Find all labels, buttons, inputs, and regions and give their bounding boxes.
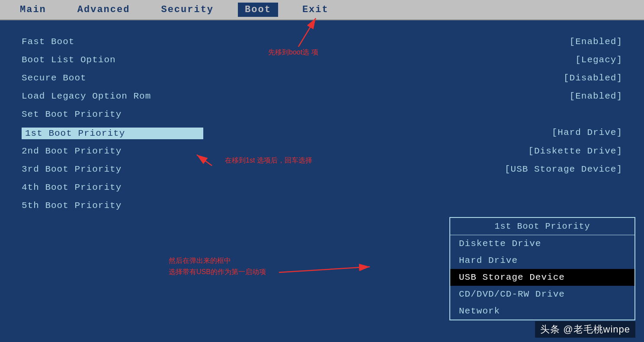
boot-priority-3rd-value: [USB Storage Device] bbox=[505, 164, 622, 176]
set-boot-priority-label: Set Boot Priority bbox=[22, 109, 203, 121]
menu-security[interactable]: Security bbox=[154, 3, 221, 17]
menu-exit[interactable]: Exit bbox=[295, 3, 336, 17]
load-legacy-row: Load Legacy Option Rom [Enabled] bbox=[22, 88, 622, 106]
watermark: 头条 @老毛桃winpe bbox=[535, 321, 635, 338]
boot-list-option-row: Boot List Option [Legacy] bbox=[22, 51, 622, 70]
secure-boot-row: Secure Boot [Disabled] bbox=[22, 70, 622, 88]
boot-priority-popup: 1st Boot Priority Diskette Drive Hard Dr… bbox=[449, 217, 635, 320]
boot-priority-5th-label: 5th Boot Priority bbox=[22, 201, 203, 212]
popup-title: 1st Boot Priority bbox=[450, 218, 634, 235]
popup-item-harddrive[interactable]: Hard Drive bbox=[450, 252, 634, 269]
popup-item-network[interactable]: Network bbox=[450, 303, 634, 320]
menu-main[interactable]: Main bbox=[13, 3, 53, 17]
menu-advanced[interactable]: Advanced bbox=[70, 3, 137, 17]
boot-priority-2nd-value: [Diskette Drive] bbox=[528, 146, 622, 157]
boot-priority-3rd-row[interactable]: 3rd Boot Priority [USB Storage Device] bbox=[22, 161, 622, 179]
popup-item-diskette[interactable]: Diskette Drive bbox=[450, 235, 634, 252]
set-boot-priority-row: Set Boot Priority bbox=[22, 106, 622, 124]
boot-priority-2nd-row[interactable]: 2nd Boot Priority [Diskette Drive] bbox=[22, 143, 622, 161]
boot-priority-1st-label: 1st Boot Priority bbox=[22, 128, 203, 139]
load-legacy-value: [Enabled] bbox=[570, 91, 622, 102]
boot-priority-1st-value: [Hard Drive] bbox=[552, 128, 622, 139]
annotation-usb-select: 然后在弹出来的框中选择带有USB的作为第一启动项 bbox=[169, 255, 266, 277]
boot-list-option-label: Boot List Option bbox=[22, 55, 203, 66]
boot-priority-4th-row[interactable]: 4th Boot Priority bbox=[22, 179, 622, 197]
boot-priority-3rd-label: 3rd Boot Priority bbox=[22, 164, 203, 176]
secure-boot-label: Secure Boot bbox=[22, 73, 203, 84]
boot-priority-2nd-label: 2nd Boot Priority bbox=[22, 146, 203, 157]
fast-boot-row: Fast Boot [Enabled] bbox=[22, 33, 622, 51]
fast-boot-label: Fast Boot bbox=[22, 37, 203, 48]
annotation-1st-priority: 在移到1st 选项后，回车选择 bbox=[225, 156, 312, 165]
top-menu: Main Advanced Security Boot Exit bbox=[0, 0, 644, 20]
menu-boot[interactable]: Boot bbox=[238, 3, 278, 17]
boot-priority-1st-row[interactable]: 1st Boot Priority [Hard Drive] bbox=[22, 124, 622, 143]
boot-priority-5th-row[interactable]: 5th Boot Priority bbox=[22, 197, 622, 215]
popup-item-usb[interactable]: USB Storage Device bbox=[450, 269, 634, 286]
boot-list-option-value: [Legacy] bbox=[575, 55, 622, 66]
popup-item-cddvd[interactable]: CD/DVD/CD-RW Drive bbox=[450, 286, 634, 303]
load-legacy-label: Load Legacy Option Rom bbox=[22, 91, 203, 102]
secure-boot-value: [Disabled] bbox=[564, 73, 622, 84]
annotation-boot-tab: 先移到boot选 项 bbox=[268, 48, 318, 57]
bios-screen: Main Advanced Security Boot Exit Fast Bo… bbox=[0, 0, 644, 342]
boot-priority-4th-label: 4th Boot Priority bbox=[22, 182, 203, 194]
fast-boot-value: [Enabled] bbox=[570, 37, 622, 48]
